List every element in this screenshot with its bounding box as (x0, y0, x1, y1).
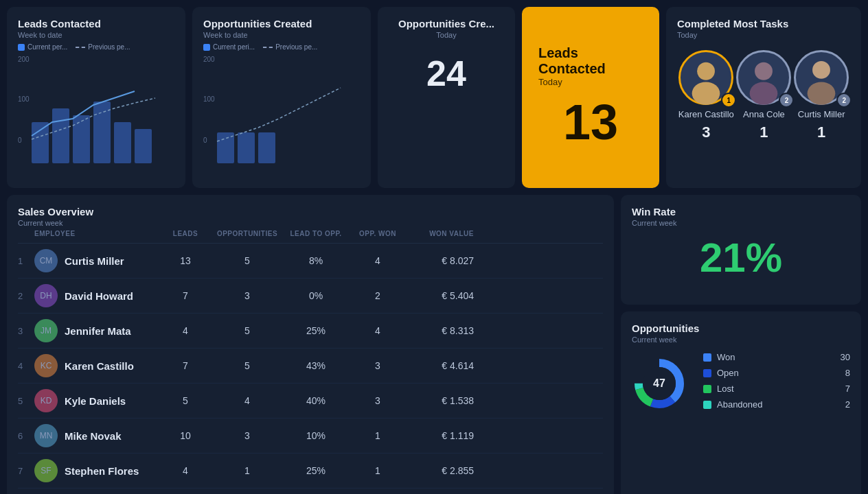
opp-title: Opportunities (632, 322, 850, 334)
opp-legend-item: Lost 7 (703, 384, 850, 394)
tasks-subtitle: Today (677, 31, 850, 39)
leads-cell: 4 (158, 465, 213, 476)
lead-to-opp-cell: 10% (282, 430, 350, 441)
leads-cell: 7 (158, 290, 213, 301)
opportunities-cell: 5 (213, 255, 282, 266)
lead-to-opp-cell: 25% (282, 465, 350, 476)
rank-2-badge-curtis: 2 (836, 93, 852, 108)
lead-to-opp-cell: 40% (282, 395, 350, 406)
performer-2-name: Anna Cole (743, 109, 785, 119)
svg-text:0: 0 (203, 137, 207, 144)
sales-overview-panel: Sales Overview Current week EMPLOYEE LEA… (7, 195, 614, 494)
table-row: 2 DH David Howard 7 3 0% 2 € 5.404 (18, 279, 603, 314)
performer-3-avatar: 2 (794, 50, 849, 105)
col-rank (18, 230, 34, 237)
svg-point-16 (697, 62, 715, 80)
svg-rect-7 (114, 122, 131, 163)
svg-rect-12 (217, 132, 234, 163)
table-body: 1 CM Curtis Miller 13 5 8% 4 € 8.027 2 D… (18, 244, 603, 494)
col-opportunities: OPPORTUNITIES (213, 230, 282, 237)
opp-won-cell: 4 (350, 255, 405, 266)
opp-won-cell: 4 (350, 325, 405, 336)
performer-2-score: 1 (760, 124, 768, 141)
opp-legend: Won 30 Open 8 Lost 7 Abandoned 2 (703, 352, 850, 415)
svg-text:100: 100 (18, 95, 30, 103)
opp-won-cell: 1 (350, 430, 405, 441)
opp-created-legend: Current peri... Previous pe... (203, 43, 360, 51)
opportunities-cell: 4 (213, 395, 282, 406)
employee-info: CM Curtis Miller (34, 249, 158, 272)
current-period-dot (18, 44, 25, 51)
leads-contacted-legend: Current per... Previous pe... (18, 43, 174, 51)
legend-color (703, 353, 711, 362)
opp-legend-item: Abandoned 2 (703, 399, 850, 410)
legend-label: Lost (717, 384, 734, 394)
employee-info: KD Kyle Daniels (34, 389, 158, 412)
sales-overview-subtitle: Current week (18, 219, 603, 227)
opportunities-card: Opportunities Current week (621, 311, 861, 494)
opportunities-cell: 5 (213, 325, 282, 336)
svg-text:200: 200 (18, 56, 30, 63)
table-row: 8 SA Susan Anderson 9 5 0% 3 € 5.599 (18, 489, 603, 494)
won-value-cell: € 5.404 (405, 290, 474, 301)
employee-avatar: CM (34, 249, 58, 272)
table-header: EMPLOYEE LEADS OPPORTUNITIES LEAD TO OPP… (18, 227, 603, 244)
sales-overview-title: Sales Overview (18, 206, 603, 217)
lead-to-opp-cell: 25% (282, 325, 350, 336)
opp-previous-legend: Previous pe... (263, 43, 317, 51)
opp-created-num-title: Opportunities Cre... (389, 18, 504, 30)
performer-2: 2 Anna Cole 1 (736, 50, 791, 141)
previous-period-dot (76, 47, 85, 48)
current-period-legend: Current per... (18, 43, 67, 51)
legend-value: 8 (845, 368, 850, 378)
employee-info: KC Karen Castillo (34, 354, 158, 377)
leads-today-number: 13 (538, 94, 643, 150)
opp-created-number-card: Opportunities Cre... Today 24 (378, 7, 515, 188)
opportunities-cell: 3 (213, 430, 282, 441)
svg-point-19 (755, 62, 773, 80)
employee-info: DH David Howard (34, 284, 158, 307)
employee-avatar: MN (34, 424, 58, 447)
opp-created-num-subtitle: Today (389, 31, 504, 39)
row-num: 1 (18, 256, 34, 266)
top-performers: 1 Karen Castillo 3 2 (677, 50, 850, 141)
leads-cell: 10 (158, 430, 213, 441)
previous-period-label: Previous pe... (88, 43, 130, 51)
legend-label: Won (717, 352, 735, 362)
won-value-cell: € 2.855 (405, 465, 474, 476)
row-num: 4 (18, 361, 34, 371)
opp-chart-svg: 200 100 0 (203, 54, 360, 174)
employee-avatar: SF (34, 459, 58, 482)
donut-total: 47 (653, 377, 665, 390)
svg-rect-5 (73, 115, 90, 163)
leads-cell: 4 (158, 325, 213, 336)
opp-won-cell: 2 (350, 290, 405, 301)
performer-1-avatar: 1 (678, 50, 733, 105)
employee-info: MN Mike Novak (34, 424, 158, 447)
performer-1-score: 3 (702, 124, 710, 141)
opportunities-cell: 3 (213, 290, 282, 301)
lead-to-opp-cell: 8% (282, 255, 350, 266)
legend-color (703, 369, 711, 377)
opp-legend-item: Won 30 (703, 352, 850, 362)
win-rate-card: Win Rate Current week 21% (621, 195, 861, 305)
col-lead-to-opp: LEAD TO OPP. (282, 230, 350, 237)
table-row: 5 KD Kyle Daniels 5 4 40% 3 € 1.538 (18, 384, 603, 419)
donut-area: 47 Won 30 Open 8 Lost 7 Aba (632, 352, 850, 415)
leads-cell: 7 (158, 360, 213, 371)
svg-point-17 (692, 82, 720, 104)
svg-point-20 (750, 82, 778, 104)
legend-value: 2 (845, 399, 850, 410)
row-num: 2 (18, 291, 34, 301)
leads-contacted-chart: 200 100 0 (18, 54, 174, 177)
performer-3-score: 1 (817, 124, 825, 141)
svg-text:200: 200 (203, 56, 215, 63)
opp-created-chart: 200 100 0 (203, 54, 360, 177)
opp-previous-dot (263, 47, 273, 48)
performer-1-name: Karen Castillo (678, 109, 734, 119)
col-won-value: WON VALUE (405, 230, 474, 237)
donut-chart: 47 (632, 356, 687, 411)
performer-3: 2 Curtis Miller 1 (794, 50, 849, 141)
employee-name: Kyle Daniels (65, 395, 126, 407)
right-col: Win Rate Current week 21% Opportunities … (621, 195, 861, 494)
